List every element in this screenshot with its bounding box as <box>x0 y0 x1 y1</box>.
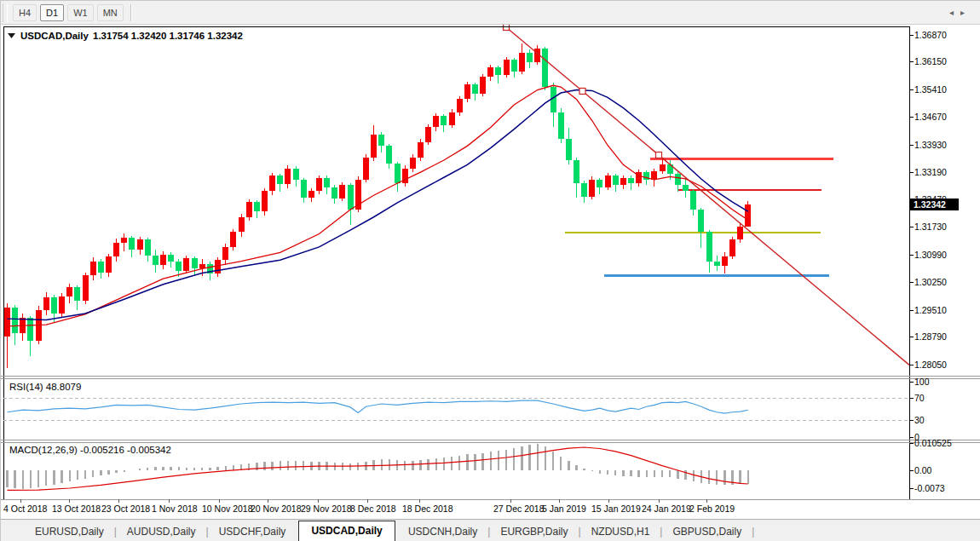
tab-nzdusd[interactable]: NZDUSD,H1 <box>581 522 660 541</box>
macd-label: MACD(12,26,9) -0.005216 -0.005342 <box>9 445 171 455</box>
bull-candle <box>651 171 657 180</box>
bear-candle <box>441 116 447 125</box>
chart-ohlc-values: 1.31754 1.32420 1.31746 1.32342 <box>93 31 243 41</box>
bear-candle <box>331 187 337 199</box>
bear-candle <box>690 191 696 210</box>
bear-candle <box>386 146 392 164</box>
bull-candle <box>246 202 252 217</box>
current-price-value: 1.32342 <box>914 199 946 210</box>
bear-candle <box>176 262 182 271</box>
tab-eurgbp[interactable]: EURGBP,Daily <box>490 522 578 541</box>
bear-candle <box>597 180 602 187</box>
price-axis-label: 1.33930 <box>914 140 947 150</box>
tab-separator: | <box>752 522 754 541</box>
chart-pane: 1.368701.361501.354101.346701.339301.331… <box>1 25 980 519</box>
bear-candle <box>472 84 478 94</box>
tab-usdcnh[interactable]: USDCNH,Daily <box>398 522 487 541</box>
tab-audusd[interactable]: AUDUSD,Daily <box>117 522 206 541</box>
terminal-window: H4 D1 W1 MN 1.368701.361501.354101.34670… <box>0 0 980 541</box>
date-axis-label: 27 Dec 2018 <box>493 504 545 514</box>
date-axis-label: 10 Nov 2018 <box>202 504 253 514</box>
bear-candle <box>495 67 501 75</box>
bear-candle <box>566 139 572 160</box>
bull-candle <box>722 256 728 266</box>
descending-trendline[interactable] <box>506 27 909 365</box>
ma-slow-line <box>8 90 748 320</box>
bear-candle <box>301 180 307 198</box>
bull-candle <box>449 112 455 125</box>
date-axis-label: 18 Dec 2018 <box>402 504 453 514</box>
date-axis-label: 23 Oct 2018 <box>101 504 150 514</box>
bull-candle <box>285 169 291 184</box>
timeframe-d1-button[interactable]: D1 <box>40 4 64 21</box>
bear-candle <box>378 135 384 146</box>
date-axis-label: 13 Oct 2018 <box>52 504 101 514</box>
toolbar-grip[interactable] <box>3 3 8 22</box>
bear-candle <box>51 297 57 314</box>
bull-candle <box>425 127 431 142</box>
macd-axis-label: -0.0073 <box>914 483 945 493</box>
bull-candle <box>410 158 416 169</box>
macd-axis-label: 0.00 <box>914 465 932 475</box>
bull-candle <box>183 258 189 271</box>
bear-candle <box>706 232 712 262</box>
bull-candle <box>59 296 65 314</box>
trendline-anchor-2[interactable] <box>656 153 662 158</box>
price-axis-label: 1.28050 <box>914 360 947 370</box>
rsi-axis-label: 100 <box>914 377 930 387</box>
bear-candle <box>511 60 517 71</box>
bull-candle <box>464 84 470 100</box>
price-chart-canvas[interactable]: 1.368701.361501.354101.346701.339301.331… <box>1 25 980 519</box>
bull-candle <box>371 135 377 157</box>
timeframe-mn-button[interactable]: MN <box>97 4 124 21</box>
tabs-scroll-right-icon[interactable]: ▸ <box>960 8 971 17</box>
tab-gbpusd[interactable]: GBPUSD,Daily <box>662 522 752 541</box>
tabs-scroll-left-icon[interactable]: ◂ <box>949 8 960 17</box>
price-axis-label: 1.36870 <box>914 30 947 40</box>
timeframe-w1-button[interactable]: W1 <box>67 4 94 21</box>
bear-candle <box>192 258 198 268</box>
timeframe-h4-button[interactable]: H4 <box>13 4 37 21</box>
date-axis-label: 4 Oct 2018 <box>3 504 48 514</box>
timeframe-toolbar: H4 D1 W1 MN <box>1 1 980 25</box>
bull-candle <box>418 142 424 158</box>
tab-eurusd[interactable]: EURUSD,Daily <box>25 522 114 541</box>
bull-candle <box>308 191 314 198</box>
tab-usdchf[interactable]: USDCHF,Daily <box>209 522 297 541</box>
trendline-anchor-1[interactable] <box>579 89 585 95</box>
macd-axis-label: 0.010525 <box>914 438 952 448</box>
bear-candle <box>12 308 18 333</box>
bull-candle <box>137 239 143 250</box>
bull-candle <box>106 256 112 273</box>
bear-candle <box>628 178 634 184</box>
bull-candle <box>90 262 96 275</box>
rsi-axis-label: 30 <box>914 415 925 425</box>
price-axis-label: 1.30250 <box>914 277 947 287</box>
bear-candle <box>714 262 720 265</box>
bear-candle <box>675 174 681 185</box>
bear-candle <box>395 164 401 183</box>
bear-candle <box>129 238 135 250</box>
bull-candle <box>737 227 743 239</box>
chart-tabbar: EURUSD,Daily|AUDUSD,Daily|USDCHF,Daily|U… <box>1 519 980 541</box>
tab-usdcad[interactable]: USDCAD,Daily <box>298 521 395 541</box>
price-axis-label: 1.35410 <box>914 84 947 95</box>
bull-candle <box>113 243 119 256</box>
bull-candle <box>660 164 666 171</box>
date-axis-label: 1 Nov 2018 <box>152 504 198 514</box>
chart-title: USDCAD,Daily <box>20 31 89 41</box>
bull-candle <box>433 116 439 127</box>
rsi-axis-label: 70 <box>914 393 925 403</box>
bull-candle <box>620 178 626 186</box>
trendline-anchor-0[interactable] <box>504 25 510 31</box>
price-axis-label: 1.30990 <box>914 250 947 260</box>
date-axis-label: 29 Nov 2018 <box>301 504 352 514</box>
bull-candle <box>504 60 510 75</box>
symbol-dropdown-icon[interactable] <box>8 33 15 38</box>
bull-candle <box>339 185 345 198</box>
date-axis-label: 20 Nov 2018 <box>251 504 302 514</box>
bull-candle <box>316 178 322 191</box>
bull-candle <box>480 77 486 94</box>
bull-candle <box>230 232 236 247</box>
bear-candle <box>277 176 283 184</box>
